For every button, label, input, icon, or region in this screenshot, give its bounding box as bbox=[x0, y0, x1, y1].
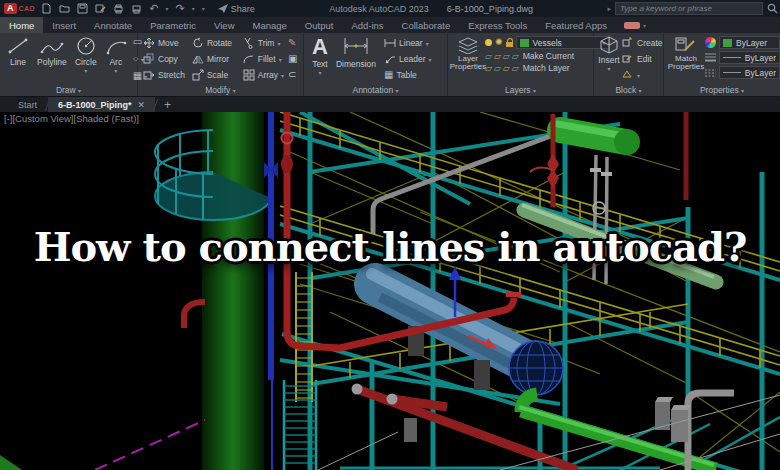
share-button[interactable]: Share bbox=[218, 4, 255, 14]
dropdown-icon[interactable]: ▾ bbox=[84, 67, 87, 74]
linear-icon bbox=[384, 37, 396, 49]
panel-title-draw[interactable]: Draw ▾ bbox=[0, 85, 137, 95]
match-layer-button[interactable]: Match Layer bbox=[523, 63, 570, 73]
new-tab-button[interactable]: + bbox=[156, 97, 179, 113]
dropdown-icon[interactable]: ▾ bbox=[114, 67, 117, 74]
layer-state-icon[interactable]: ▱ bbox=[512, 63, 519, 73]
linear-dim-tool[interactable]: Linear▾ bbox=[384, 37, 429, 49]
redo-icon[interactable]: ↷ bbox=[175, 3, 184, 14]
redo-dropdown-icon[interactable]: ▾ bbox=[192, 5, 195, 12]
search-icon[interactable] bbox=[767, 3, 778, 14]
move-tool[interactable]: Move bbox=[143, 37, 179, 49]
plot-icon[interactable] bbox=[113, 3, 124, 14]
edit-attributes-button[interactable]: ▾ bbox=[622, 69, 640, 81]
dropdown-icon[interactable]: ▾ bbox=[607, 65, 610, 72]
tab-view[interactable]: View bbox=[205, 17, 243, 33]
linetype-dropdown[interactable]: ByLayer bbox=[719, 66, 780, 79]
undo-icon[interactable]: ↶ bbox=[149, 3, 158, 14]
create-block-button[interactable]: Create bbox=[622, 37, 663, 49]
ribbon-options-button[interactable]: ▾ bbox=[616, 17, 654, 33]
dropdown-icon[interactable]: ▾ bbox=[318, 69, 321, 76]
layer-state-icon[interactable]: ▱ bbox=[485, 63, 492, 73]
edit-block-icon bbox=[622, 53, 634, 65]
open-folder-icon[interactable] bbox=[59, 3, 70, 14]
array-tool[interactable]: Array▾ bbox=[243, 69, 284, 81]
copy-tool[interactable]: Copy bbox=[143, 53, 178, 65]
table-tool[interactable]: ▦Table bbox=[384, 70, 417, 80]
scale-tool[interactable]: Scale bbox=[192, 69, 228, 81]
rotate-tool[interactable]: Rotate bbox=[192, 37, 232, 49]
file-tab-bar: Start 6-B-1000_Piping* ✕ + bbox=[0, 96, 780, 113]
save-as-icon[interactable] bbox=[95, 3, 106, 14]
offset-tool[interactable]: ⊂ bbox=[288, 70, 296, 80]
save-icon[interactable] bbox=[77, 3, 88, 14]
object-color-dropdown[interactable]: ByLayer bbox=[719, 36, 780, 49]
circle-tool[interactable]: Circle ▾ bbox=[71, 35, 101, 83]
explode-tool[interactable]: ▣ bbox=[288, 54, 297, 64]
file-tab-start[interactable]: Start bbox=[8, 97, 47, 113]
tab-featured-apps[interactable]: Featured Apps bbox=[536, 17, 616, 33]
search-expand-icon[interactable]: ▸ bbox=[607, 5, 611, 13]
layer-thaw-icon[interactable]: ✺ bbox=[495, 38, 503, 47]
ribbon-tab-row: Home Insert Annotate Parametric View Man… bbox=[0, 17, 780, 33]
stretch-tool[interactable]: Stretch bbox=[143, 69, 185, 81]
text-icon: A bbox=[312, 36, 328, 58]
new-file-icon[interactable] bbox=[41, 3, 52, 14]
tab-output[interactable]: Output bbox=[296, 17, 343, 33]
panel-title-modify[interactable]: Modify ▾ bbox=[138, 85, 303, 95]
layer-state-icon[interactable]: ▱ bbox=[503, 63, 510, 73]
match-properties-icon bbox=[675, 36, 697, 54]
tab-manage[interactable]: Manage bbox=[244, 17, 296, 33]
layer-state-icon[interactable]: ▱ bbox=[503, 51, 510, 61]
undo-dropdown-icon[interactable]: ▾ bbox=[165, 5, 168, 12]
polyline-tool[interactable]: Polyline bbox=[33, 35, 71, 83]
autocad-logo[interactable]: A CAD bbox=[4, 3, 35, 14]
layer-state-icon[interactable]: ▱ bbox=[494, 51, 501, 61]
linetype-icon[interactable] bbox=[705, 68, 716, 77]
panel-title-properties[interactable]: Properties ▾ bbox=[664, 85, 780, 95]
tab-annotate[interactable]: Annotate bbox=[85, 17, 141, 33]
color-wheel-icon[interactable] bbox=[705, 37, 716, 48]
mirror-tool[interactable]: Mirror bbox=[192, 53, 229, 65]
fillet-tool[interactable]: Fillet▾ bbox=[243, 53, 282, 65]
tab-home[interactable]: Home bbox=[0, 17, 43, 33]
tab-add-ins[interactable]: Add-ins bbox=[342, 17, 392, 33]
insert-block-icon bbox=[598, 36, 620, 54]
layer-unlock-icon[interactable] bbox=[506, 42, 513, 47]
viewport-controls[interactable]: [-][Custom View][Shaded (Fast)] bbox=[4, 113, 139, 124]
linetype-sample bbox=[723, 72, 741, 73]
match-properties-tool[interactable]: MatchProperties bbox=[667, 35, 705, 83]
copy-icon bbox=[143, 53, 155, 65]
tab-insert[interactable]: Insert bbox=[43, 17, 85, 33]
layer-state-icon[interactable]: ▱ bbox=[485, 51, 492, 61]
erase-tool[interactable]: ✎ bbox=[288, 38, 296, 48]
text-tool[interactable]: A Text ▾ bbox=[308, 35, 332, 83]
insert-block-tool[interactable]: Insert ▾ bbox=[596, 35, 622, 83]
drawing-area[interactable]: [-][Custom View][Shaded (Fast)] bbox=[0, 112, 780, 470]
search-input[interactable]: Type a keyword or phrase bbox=[615, 2, 763, 15]
make-current-button[interactable]: Make Current bbox=[523, 51, 575, 61]
panel-title-layers[interactable]: Layers ▾ bbox=[448, 85, 593, 95]
lineweight-value: ByLayer bbox=[745, 53, 776, 63]
print-icon[interactable] bbox=[131, 3, 142, 14]
layer-properties-tool[interactable]: LayerProperties bbox=[451, 35, 485, 83]
close-tab-icon[interactable]: ✕ bbox=[138, 100, 146, 110]
layer-state-icon[interactable]: ▱ bbox=[512, 51, 519, 61]
qat-customize-icon[interactable]: ▾ bbox=[202, 5, 205, 12]
lineweight-icon[interactable] bbox=[705, 53, 716, 62]
file-tab-document[interactable]: 6-B-1000_Piping* ✕ bbox=[48, 97, 155, 113]
leader-tool[interactable]: Leader▾ bbox=[384, 53, 431, 65]
tab-collaborate[interactable]: Collaborate bbox=[393, 17, 460, 33]
arc-tool[interactable]: Arc ▾ bbox=[101, 35, 131, 83]
edit-block-button[interactable]: Edit bbox=[622, 53, 652, 65]
layer-on-icon[interactable] bbox=[485, 39, 492, 46]
layer-state-icon[interactable]: ▱ bbox=[494, 63, 501, 73]
tab-express-tools[interactable]: Express Tools bbox=[459, 17, 536, 33]
dimension-tool[interactable]: Dimension bbox=[332, 35, 380, 83]
panel-title-block[interactable]: Block ▾ bbox=[594, 85, 663, 95]
line-tool[interactable]: Line bbox=[3, 35, 33, 83]
lineweight-dropdown[interactable]: ByLayer bbox=[719, 51, 780, 64]
trim-tool[interactable]: Trim▾ bbox=[243, 37, 281, 49]
tab-parametric[interactable]: Parametric bbox=[141, 17, 205, 33]
panel-title-annotation[interactable]: Annotation ▾ bbox=[304, 85, 447, 95]
